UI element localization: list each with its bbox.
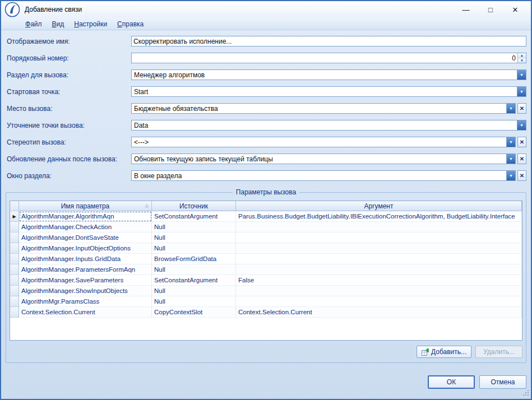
delete-button-label: Удалить... <box>483 348 515 356</box>
sort-ascending-icon: △ <box>145 203 149 208</box>
table-row[interactable]: AlgorithmManager.Inputs.GridDataBrowseFo… <box>10 254 522 264</box>
parameters-table: Имя параметра △ Источник Аргумент ▶Algor… <box>10 201 522 341</box>
table-cell[interactable] <box>236 254 522 264</box>
call-place-value: Бюджетные обязательства <box>132 105 506 113</box>
display-name-input[interactable] <box>131 36 526 46</box>
table-body: ▶AlgorithmManager.AlgorithmAqnSetConstan… <box>10 211 522 340</box>
table-cell[interactable]: Null <box>152 243 236 254</box>
table-cell[interactable] <box>236 232 522 243</box>
table-cell[interactable]: AlgorithmManager.SaveParameters <box>19 275 152 286</box>
display-name-label: Отображаемое имя: <box>7 38 131 45</box>
dropdown-arrow-icon[interactable]: ▼ <box>506 137 515 147</box>
table-cell[interactable]: Context.Selection.Current <box>19 307 152 318</box>
table-cell[interactable]: AlgorithmManager.CheckAction <box>19 222 152 232</box>
table-cell[interactable]: AlgorithmManager.ShowInputObjects <box>19 286 152 296</box>
column-header-source[interactable]: Источник <box>152 201 236 211</box>
table-row[interactable]: AlgorithmManager.SaveParametersSetConsta… <box>10 275 522 286</box>
table-cell[interactable]: AlgorithmManager.Inputs.GridData <box>19 254 152 264</box>
table-cell[interactable]: AlgorithmManager.InputObjectOptions <box>19 243 152 254</box>
start-point-dropdown[interactable]: Start ▼ <box>131 86 526 97</box>
table-cell[interactable]: CopyContextSlot <box>152 307 236 318</box>
ok-button[interactable]: ОК <box>428 375 475 389</box>
table-cell[interactable]: AlgorithmManager.DontSaveState <box>19 232 152 243</box>
table-row[interactable]: AlgorithmManager.CheckActionNull <box>10 222 522 232</box>
table-cell[interactable]: Null <box>152 264 236 275</box>
row-selector[interactable] <box>10 222 19 232</box>
table-cell[interactable]: Null <box>152 232 236 243</box>
table-row[interactable]: ▶AlgorithmManager.AlgorithmAqnSetConstan… <box>10 211 522 222</box>
row-selector[interactable] <box>10 264 19 275</box>
column-header-name[interactable]: Имя параметра △ <box>19 201 152 211</box>
dropdown-arrow-icon[interactable]: ▼ <box>517 120 526 130</box>
clear-icon[interactable]: ✕ <box>517 137 526 147</box>
data-refresh-dropdown[interactable]: Обновить текущую запись текущей таблицы … <box>131 154 516 164</box>
clear-icon[interactable]: ✕ <box>517 103 526 114</box>
stereotype-dropdown[interactable]: <---> ▼ <box>131 137 516 147</box>
call-point-detail-dropdown[interactable]: Data ▼ <box>131 120 526 131</box>
form-row: Раздел для вызова: Менеджер алгоритмов ▼ <box>7 69 526 80</box>
cancel-button[interactable]: Отмена <box>479 375 526 389</box>
row-selector[interactable]: ▶ <box>10 211 19 222</box>
table-cell[interactable]: Null <box>152 222 236 232</box>
table-row[interactable]: AlgorithmManager.DontSaveStateNull <box>10 232 522 243</box>
stereotype-value: <---> <box>132 138 506 146</box>
start-point-label: Стартовая точка: <box>7 88 131 96</box>
call-place-dropdown[interactable]: Бюджетные обязательства ▼ <box>131 103 516 114</box>
dropdown-arrow-icon[interactable]: ▼ <box>506 154 515 164</box>
section-window-label: Окно раздела: <box>7 172 131 180</box>
row-selector[interactable] <box>10 243 19 254</box>
section-window-dropdown[interactable]: В окне раздела ▼ <box>131 170 516 181</box>
table-cell[interactable] <box>236 286 522 296</box>
table-cell[interactable] <box>236 222 522 232</box>
resize-grip-icon[interactable] <box>522 389 529 398</box>
row-selector[interactable] <box>10 275 19 286</box>
dropdown-arrow-icon[interactable]: ▼ <box>517 70 526 80</box>
spin-up-icon[interactable]: ▲ <box>518 53 526 58</box>
table-row[interactable]: Context.Selection.CurrentCopyContextSlot… <box>10 307 522 318</box>
table-cell[interactable]: AlgorithmManager.AlgorithmAqn <box>19 211 152 222</box>
row-selector[interactable] <box>10 254 19 264</box>
menu-help[interactable]: Справка <box>112 19 149 29</box>
table-cell[interactable]: Null <box>152 296 236 307</box>
add-parameter-button[interactable]: Добавить... <box>417 346 471 358</box>
row-selector[interactable] <box>10 307 19 318</box>
dropdown-arrow-icon[interactable]: ▼ <box>506 104 515 113</box>
menu-file[interactable]: Файл <box>20 19 47 29</box>
table-row[interactable]: AlgorithmManager.InputObjectOptionsNull <box>10 243 522 254</box>
table-cell[interactable]: AlgorithmManager.ParametersFormAqn <box>19 264 152 275</box>
delete-parameter-button[interactable]: Удалить... <box>475 346 522 358</box>
dropdown-arrow-icon[interactable]: ▼ <box>517 87 526 96</box>
menu-settings[interactable]: Настройки <box>69 19 112 29</box>
table-row[interactable]: AlgorithmManager.ShowInputObjectsNull <box>10 286 522 296</box>
table-cell[interactable]: AlgorithmMgr.ParamsClass <box>19 296 152 307</box>
maximize-icon[interactable]: □ <box>478 3 503 16</box>
close-icon[interactable]: ✕ <box>503 3 528 16</box>
call-section-dropdown[interactable]: Менеджер алгоритмов ▼ <box>131 69 526 80</box>
table-cell[interactable]: SetConstantArgument <box>152 211 236 222</box>
table-row[interactable]: AlgorithmManager.ParametersFormAqnNull <box>10 264 522 275</box>
table-cell[interactable]: Parus.Business.Budget.BudgetLiability.IB… <box>236 211 522 222</box>
clear-icon[interactable]: ✕ <box>517 170 526 181</box>
column-header-argument[interactable]: Аргумент <box>236 201 522 211</box>
row-selector[interactable] <box>10 286 19 296</box>
clear-icon[interactable]: ✕ <box>517 154 526 164</box>
data-refresh-value: Обновить текущую запись текущей таблицы <box>132 155 506 163</box>
table-cell[interactable]: SetConstantArgument <box>152 275 236 286</box>
table-cell[interactable] <box>236 296 522 307</box>
table-cell[interactable] <box>236 243 522 254</box>
order-number-input[interactable] <box>132 53 517 63</box>
dropdown-arrow-icon[interactable]: ▼ <box>506 171 515 180</box>
table-cell[interactable]: BrowseFormGridData <box>152 254 236 264</box>
table-cell[interactable]: Context.Selection.Current <box>236 307 522 318</box>
table-cell[interactable]: False <box>236 275 522 286</box>
table-cell[interactable] <box>236 264 522 275</box>
table-row[interactable]: AlgorithmMgr.ParamsClassNull <box>10 296 522 307</box>
table-cell[interactable]: Null <box>152 286 236 296</box>
menu-view[interactable]: Вид <box>47 19 70 29</box>
minimize-icon[interactable]: — <box>454 3 478 16</box>
form-row: Окно раздела: В окне раздела ▼ ✕ <box>7 170 526 181</box>
spin-down-icon[interactable]: ▼ <box>518 58 526 63</box>
table-header-selector[interactable] <box>10 201 19 211</box>
row-selector[interactable] <box>10 232 19 243</box>
row-selector[interactable] <box>10 296 19 307</box>
